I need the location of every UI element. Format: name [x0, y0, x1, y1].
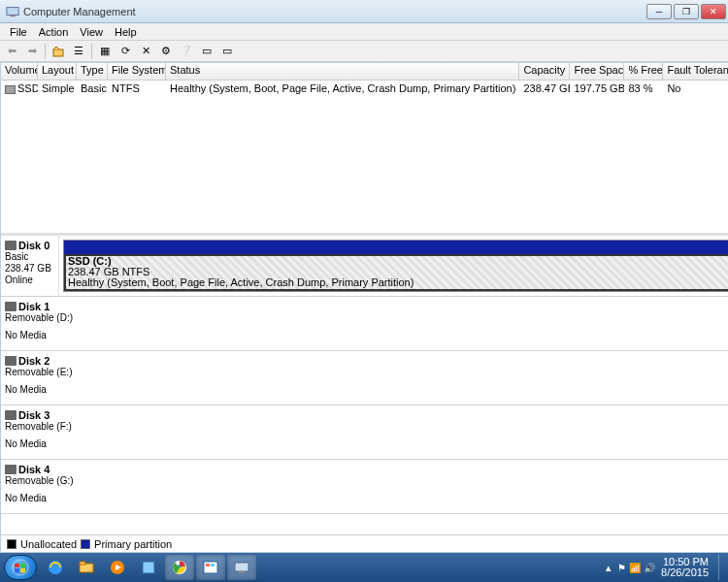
show-desktop-button[interactable] [718, 555, 724, 580]
windows-logo-icon [12, 559, 29, 576]
app-icon [6, 5, 19, 18]
taskbar-ie-icon[interactable] [41, 555, 70, 580]
up-button[interactable] [49, 43, 68, 60]
volume-name: SSD (C:) [17, 82, 38, 94]
svg-rect-0 [7, 7, 18, 15]
volume-list[interactable]: SSD (C:) Simple Basic NTFS Healthy (Syst… [1, 81, 728, 236]
disk-icon [5, 241, 17, 250]
taskbar-chrome-icon[interactable] [165, 555, 194, 580]
svg-rect-6 [80, 562, 85, 565]
disk-row-2[interactable]: Disk 2 Removable (E:) No Media [1, 351, 728, 405]
properties-button[interactable]: ▦ [95, 43, 115, 60]
menu-file[interactable]: File [4, 26, 33, 38]
col-type[interactable]: Type [77, 63, 108, 80]
taskbar-explorer-icon[interactable] [72, 555, 101, 580]
help-button[interactable]: ❔ [177, 43, 196, 60]
disk-kind: Basic [5, 251, 54, 263]
maximize-button[interactable]: ❐ [674, 4, 699, 19]
svg-rect-11 [204, 562, 217, 573]
volume-free: 197.75 GB [570, 82, 624, 94]
disk-graphical-view[interactable]: Disk 0 Basic 238.47 GB Online SSD (C:) 2… [1, 236, 728, 534]
disk-label-0: Disk 0 Basic 238.47 GB Online [1, 236, 59, 296]
svg-rect-1 [10, 15, 15, 16]
volume-row[interactable]: SSD (C:) Simple Basic NTFS Healthy (Syst… [1, 81, 728, 96]
no-media-label: No Media [5, 384, 728, 396]
disk-kind: Removable (E:) [5, 367, 728, 378]
forward-button: ➡ [22, 43, 42, 60]
clock-date: 8/26/2015 [661, 567, 709, 578]
close-button[interactable]: ✕ [701, 4, 726, 19]
extra-button-1[interactable]: ▭ [197, 43, 216, 60]
refresh-button[interactable]: ⟳ [116, 43, 135, 60]
disk-label-3: Disk 3 Removable (F:) No Media [1, 405, 728, 459]
col-filesystem[interactable]: File System [108, 63, 166, 80]
no-media-label: No Media [5, 493, 728, 504]
extra-button-2[interactable]: ▭ [217, 43, 237, 60]
tray-flag-icon[interactable]: ⚑ [617, 563, 626, 573]
col-capacity[interactable]: Capacity [519, 63, 570, 80]
taskbar[interactable]: ▴ ⚑ 📶 🔊 10:50 PM 8/26/2015 [0, 553, 728, 582]
disk-label-2: Disk 2 Removable (E:) No Media [1, 351, 728, 404]
delete-button[interactable]: ✕ [136, 43, 155, 60]
disk-size: 238.47 GB [5, 263, 54, 275]
main-panel: Volume Layout Type File System Status Ca… [0, 62, 728, 553]
svg-rect-12 [206, 564, 210, 566]
col-percent-free[interactable]: % Free [624, 63, 663, 80]
settings-button[interactable]: ⚙ [156, 43, 176, 60]
disk-row-0[interactable]: Disk 0 Basic 238.47 GB Online SSD (C:) 2… [1, 236, 728, 297]
no-media-label: No Media [5, 438, 728, 450]
title-bar: Computer Management ─ ❐ ✕ [0, 0, 728, 23]
toolbar-sep [45, 44, 46, 59]
tray-network-icon[interactable]: 📶 [629, 563, 641, 573]
svg-rect-2 [53, 49, 63, 56]
back-button: ⬅ [2, 43, 21, 60]
col-status[interactable]: Status [166, 63, 519, 80]
show-hidden-icons[interactable]: ▴ [606, 562, 612, 574]
disk-label-1: Disk 1 Removable (D:) No Media [1, 297, 728, 350]
partition-title: SSD (C:) [68, 256, 728, 267]
disk-state: Online [5, 275, 54, 286]
taskbar-media-icon[interactable] [103, 555, 132, 580]
disk-row-4[interactable]: Disk 4 Removable (G:) No Media [1, 460, 728, 514]
volume-icon [5, 85, 16, 94]
minimize-button[interactable]: ─ [646, 4, 672, 19]
legend: Unallocated Primary partition [1, 534, 728, 552]
disk-icon [5, 302, 17, 311]
volume-capacity: 238.47 GB [519, 82, 570, 94]
disk-row-1[interactable]: Disk 1 Removable (D:) No Media [1, 297, 728, 351]
system-tray[interactable]: ▴ ⚑ 📶 🔊 10:50 PM 8/26/2015 [606, 555, 724, 580]
disk-row-3[interactable]: Disk 3 Removable (F:) No Media [1, 405, 728, 460]
svg-rect-14 [235, 563, 248, 571]
toolbar: ⬅ ➡ ☰ ▦ ⟳ ✕ ⚙ ❔ ▭ ▭ [0, 41, 728, 62]
taskbar-paint-icon[interactable] [196, 555, 225, 580]
col-free-space[interactable]: Free Space [570, 63, 624, 80]
show-hide-tree-button[interactable]: ☰ [69, 43, 88, 60]
disk-icon [5, 356, 17, 366]
taskbar-mmc-icon[interactable] [227, 555, 256, 580]
partition-header [64, 241, 728, 254]
menu-action[interactable]: Action [33, 26, 75, 38]
disk-label-4: Disk 4 Removable (G:) No Media [1, 460, 728, 513]
window-title: Computer Management [23, 6, 646, 17]
svg-rect-8 [143, 562, 154, 573]
no-media-label: No Media [5, 330, 728, 341]
menu-view[interactable]: View [74, 26, 109, 38]
clock[interactable]: 10:50 PM 8/26/2015 [661, 557, 712, 578]
legend-unallocated: Unallocated [20, 538, 77, 550]
partition-c[interactable]: SSD (C:) 238.47 GB NTFS Healthy (System,… [63, 240, 728, 292]
tray-volume-icon[interactable]: 🔊 [644, 563, 655, 573]
toolbar-sep-2 [91, 44, 92, 59]
taskbar-app-icon[interactable] [134, 555, 163, 580]
volume-layout: Simple [38, 82, 77, 94]
volume-type: Basic [77, 82, 108, 94]
menu-help[interactable]: Help [109, 26, 143, 38]
col-volume[interactable]: Volume [1, 63, 38, 80]
col-fault-tolerance[interactable]: Fault Tolerance [663, 63, 728, 80]
col-layout[interactable]: Layout [38, 63, 77, 80]
disk-kind: Removable (F:) [5, 421, 728, 433]
start-button[interactable] [4, 555, 37, 580]
legend-primary: Primary partition [94, 538, 172, 550]
disk-kind: Removable (G:) [5, 475, 728, 487]
disk-icon [5, 465, 17, 474]
volume-pfree: 83 % [624, 82, 663, 94]
